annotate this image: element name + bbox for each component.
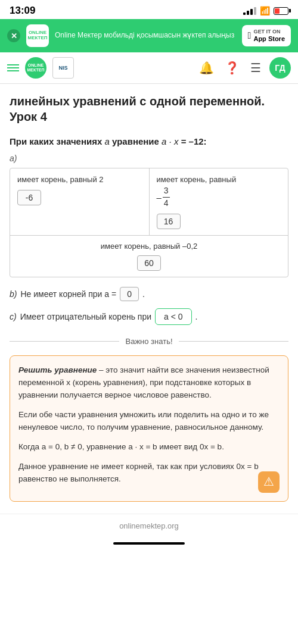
help-icon[interactable]: ❓ bbox=[222, 61, 242, 75]
nis-logo: NIS bbox=[52, 57, 74, 79]
warning-symbol: ⚠ bbox=[263, 473, 274, 491]
status-time: 13:09 bbox=[10, 5, 35, 17]
part-b-period: . bbox=[142, 289, 145, 299]
cell3-label: имеет корень, равный –0,2 bbox=[101, 242, 198, 251]
banner-text: Online Мектер мобильді қосымшасын жүктеп… bbox=[55, 31, 236, 40]
part-c-text: Имеет отрицательный корень при bbox=[20, 312, 151, 321]
part-c-line: c) Имеет отрицательный корень при a < 0 … bbox=[10, 308, 288, 325]
footer: onlinemektep.org bbox=[0, 514, 298, 537]
part-b-label: b) bbox=[10, 289, 17, 299]
equation-table: имеет корень, равный 2 -6 имеет корень, … bbox=[10, 168, 288, 277]
menu-icon[interactable]: ☰ bbox=[248, 61, 263, 75]
part-b-text: Не имеет корней при a = bbox=[20, 289, 116, 299]
divider: Важно знать! bbox=[10, 337, 288, 346]
divider-label: Важно знать! bbox=[125, 337, 172, 346]
home-bar bbox=[113, 542, 185, 545]
question-intro: При каких значениях a уравнение a · x = … bbox=[10, 136, 288, 146]
battery-icon bbox=[274, 7, 288, 15]
close-banner-button[interactable]: ✕ bbox=[7, 29, 20, 42]
part-b-answer: 0 bbox=[120, 287, 139, 301]
cell1-answer: -6 bbox=[17, 190, 41, 205]
nav-logo: ONLINEМЕКТЕП bbox=[25, 57, 46, 79]
main-content: линейных уравнений с одной переменной. У… bbox=[0, 84, 298, 514]
apple-icon:  bbox=[248, 30, 252, 41]
promo-banner: ✕ ONLINEМЕКТЕП Online Мектер мобильді қо… bbox=[0, 19, 298, 52]
profile-button[interactable]: ГД bbox=[269, 57, 291, 79]
cell2-answer: 16 bbox=[157, 214, 181, 229]
alert-icon: ⚠ bbox=[258, 471, 280, 493]
cell3-answer: 60 bbox=[137, 255, 161, 271]
status-icons: 📶 bbox=[243, 6, 288, 15]
part-a-label: a) bbox=[10, 154, 288, 163]
important-p2: Если обе части уравнения умножить или по… bbox=[18, 409, 280, 434]
important-p1: Решить уравнение – это значит найти все … bbox=[18, 364, 280, 402]
part-b-line: b) Не имеет корней при a = 0 . bbox=[10, 287, 288, 301]
nav-bar: ONLINEМЕКТЕП NIS 🔔 ❓ ☰ ГД bbox=[0, 52, 298, 84]
cell1-label: имеет корень, равный 2 bbox=[17, 174, 104, 185]
profile-initials: ГД bbox=[275, 63, 285, 73]
table-row-full: имеет корень, равный –0,2 60 bbox=[10, 236, 288, 277]
important-p3: Когда a = 0, b ≠ 0, уравнение a · x = b … bbox=[18, 441, 280, 454]
app-store-label: GET IT ON App Store bbox=[253, 29, 285, 43]
app-store-button[interactable]:  GET IT ON App Store bbox=[242, 25, 291, 46]
part-c-period: . bbox=[195, 312, 198, 321]
fraction-display: 3 4 bbox=[163, 185, 170, 209]
table-cell-1: имеет корень, равный 2 -6 bbox=[10, 168, 150, 235]
part-c-answer: a < 0 bbox=[155, 308, 192, 325]
home-indicator bbox=[0, 537, 298, 549]
important-title: Решить уравнение bbox=[18, 365, 97, 374]
hamburger-menu[interactable] bbox=[7, 64, 19, 71]
part-c-label: c) bbox=[10, 312, 17, 321]
table-row: имеет корень, равный 2 -6 имеет корень, … bbox=[10, 168, 288, 236]
negative-fraction: – 3 4 bbox=[157, 185, 237, 209]
status-bar: 13:09 📶 bbox=[0, 0, 298, 19]
cell2-label: имеет корень, равный – 3 4 bbox=[157, 174, 237, 209]
lesson-title: линейных уравнений с одной переменной. У… bbox=[10, 93, 288, 124]
bell-icon[interactable]: 🔔 bbox=[197, 61, 216, 75]
important-box: Решить уравнение – это значит найти все … bbox=[10, 355, 288, 501]
important-p4: Данное уравнение не имеет корней, так ка… bbox=[18, 461, 280, 486]
footer-url: onlinemektep.org bbox=[119, 521, 179, 530]
wifi-icon: 📶 bbox=[260, 6, 270, 15]
table-cell-2: имеет корень, равный – 3 4 16 bbox=[150, 168, 288, 235]
nis-text: NIS bbox=[58, 65, 67, 71]
banner-logo: ONLINEМЕКТЕП bbox=[26, 24, 49, 47]
signal-icon bbox=[243, 7, 256, 15]
